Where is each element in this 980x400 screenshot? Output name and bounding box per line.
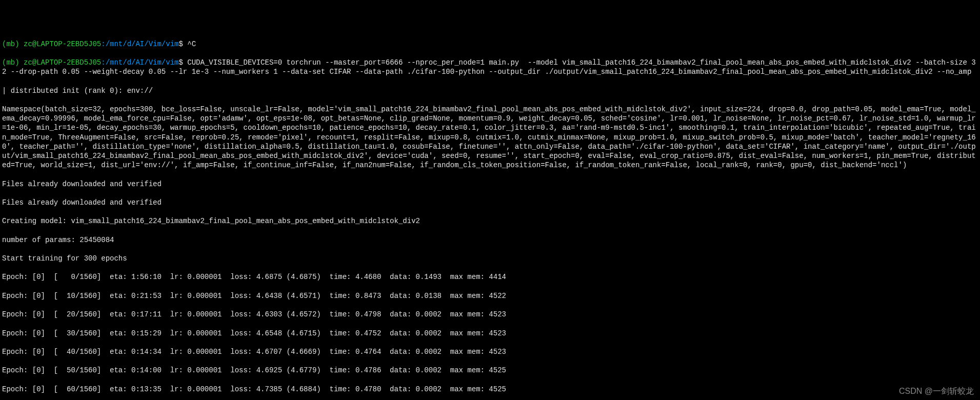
epoch-log-row: Epoch: [0] [ 60/1560] eta: 0:13:35 lr: 0… [2,385,978,394]
files-verified-output: Files already downloaded and verified [2,179,978,189]
conda-env: (mb) [2,58,19,67]
start-training-output: Start training for 300 epochs [2,254,978,263]
prompt-dollar: $ [178,40,183,48]
num-params-output: number of params: 25450084 [2,235,978,245]
epoch-log-row: Epoch: [0] [ 40/1560] eta: 0:14:34 lr: 0… [2,347,978,356]
conda-env: (mb) [2,40,19,48]
epoch-log-row: Epoch: [0] [ 50/1560] eta: 0:14:00 lr: 0… [2,366,978,375]
command-text[interactable]: ^C [187,40,196,48]
files-verified-output: Files already downloaded and verified [2,198,978,207]
user-host: zc@LAPTOP-2EBD5J05 [24,40,101,48]
prompt-dollar: $ [178,58,183,67]
prompt-line-1: (mb) zc@LAPTOP-2EBD5J05:/mnt/d/AI/Vim/vi… [2,39,978,49]
cwd-path: :/mnt/d/AI/Vim/vim [101,58,178,67]
creating-model-output: Creating model: vim_small_patch16_224_bi… [2,216,978,226]
namespace-output: Namespace(batch_size=32, epochs=300, bce… [2,105,978,170]
epoch-log-row: Epoch: [0] [ 30/1560] eta: 0:15:29 lr: 0… [2,329,978,338]
watermark-text: CSDN @一剑斩蛟龙 [899,386,974,397]
prompt-line-2: (mb) zc@LAPTOP-2EBD5J05:/mnt/d/AI/Vim/vi… [2,58,978,76]
epoch-log-row: Epoch: [0] [ 0/1560] eta: 1:56:10 lr: 0.… [2,272,978,282]
epoch-log-row: Epoch: [0] [ 10/1560] eta: 0:21:53 lr: 0… [2,291,978,301]
cwd-path: :/mnt/d/AI/Vim/vim [101,40,178,48]
user-host: zc@LAPTOP-2EBD5J05 [24,58,101,67]
dist-init-output: | distributed init (rank 0): env:// [2,86,978,95]
epoch-log-row: Epoch: [0] [ 20/1560] eta: 0:17:11 lr: 0… [2,310,978,319]
